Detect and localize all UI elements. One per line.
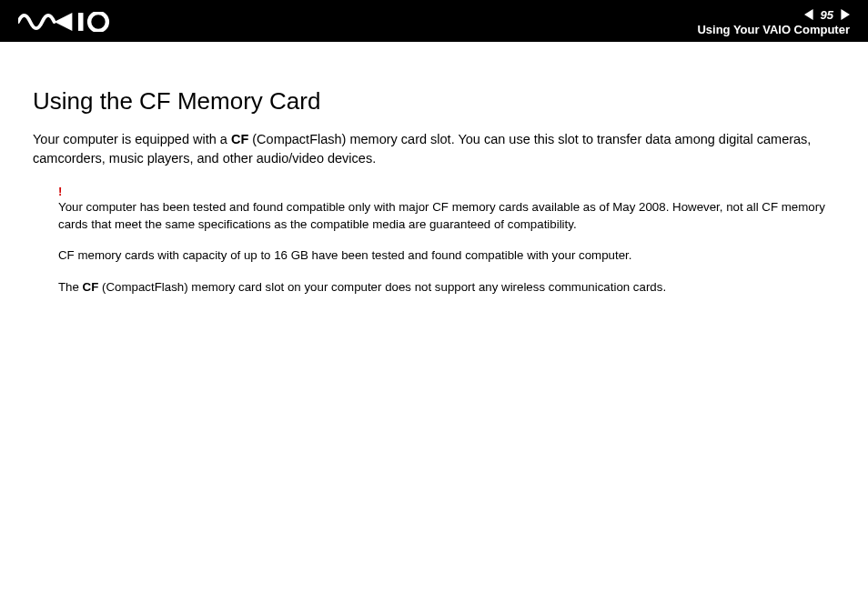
svg-rect-0 — [78, 13, 84, 31]
svg-marker-2 — [804, 9, 813, 20]
notes-block: ! Your computer has been tested and foun… — [33, 185, 835, 296]
page-content: Using the CF Memory Card Your computer i… — [0, 42, 868, 296]
note-wireless: The CF (CompactFlash) memory card slot o… — [58, 279, 826, 296]
page-title: Using the CF Memory Card — [33, 87, 835, 116]
prev-page-arrow-icon[interactable] — [804, 9, 815, 20]
page-nav: 95 — [804, 8, 850, 22]
svg-marker-3 — [841, 9, 850, 20]
intro-bold-cf: CF — [231, 132, 248, 146]
next-page-arrow-icon[interactable] — [839, 9, 850, 20]
note3-pre: The — [58, 280, 83, 294]
header-bar: 95 Using Your VAIO Computer — [0, 0, 868, 42]
warning-mark-icon: ! — [58, 185, 826, 198]
vaio-logo-svg — [18, 12, 128, 32]
header-right: 95 Using Your VAIO Computer — [697, 8, 850, 36]
svg-point-1 — [89, 13, 107, 31]
vaio-logo — [18, 12, 128, 32]
note-compatibility: Your computer has been tested and found … — [58, 199, 826, 233]
note3-post: (CompactFlash) memory card slot on your … — [98, 280, 666, 294]
page-number: 95 — [821, 8, 833, 22]
note-capacity: CF memory cards with capacity of up to 1… — [58, 247, 826, 265]
intro-paragraph: Your computer is equipped with a CF (Com… — [33, 130, 835, 168]
section-name: Using Your VAIO Computer — [697, 22, 850, 36]
note3-bold-cf: CF — [83, 280, 99, 294]
intro-text-pre: Your computer is equipped with a — [33, 132, 231, 146]
